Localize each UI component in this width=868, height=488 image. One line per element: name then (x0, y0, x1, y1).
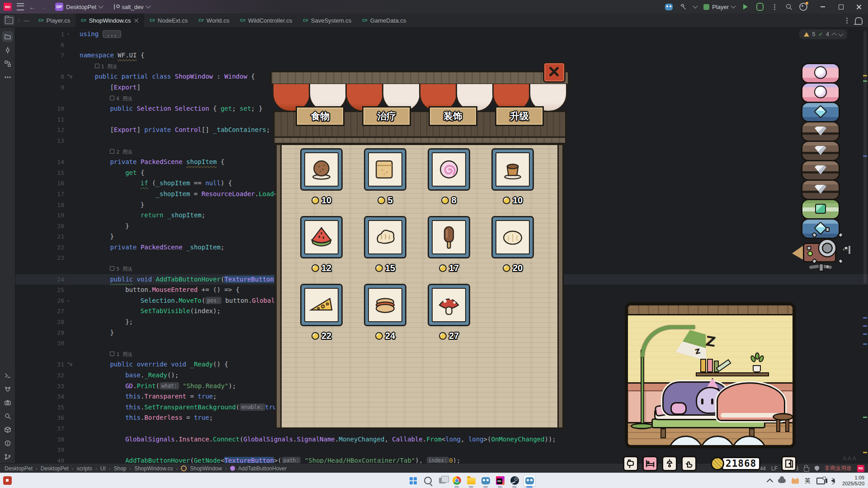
usage-count-hint[interactable]: 1 用法 (110, 352, 132, 357)
volume-icon[interactable] (831, 479, 835, 483)
stripe-mark[interactable] (863, 343, 867, 345)
back-button[interactable]: ← (29, 3, 36, 11)
shield-icon[interactable] (815, 466, 819, 471)
shop-tab-食物[interactable]: 食物 (296, 106, 344, 126)
readonly-lock-icon[interactable] (804, 467, 809, 472)
shop-tab-治疗[interactable]: 治疗 (362, 106, 411, 126)
taskbar-start-button[interactable] (408, 475, 419, 486)
breadcrumb-item-ShopWindow.cs[interactable]: ShopWindow.cs (134, 465, 173, 472)
chest-brown[interactable] (801, 179, 840, 200)
tray-cat-app-icon[interactable] (792, 478, 799, 484)
shop-tab-装饰[interactable]: 装饰 (429, 106, 477, 126)
shop-item-candy[interactable]: 8 (428, 148, 470, 216)
vcs-branch-widget[interactable]: salt_dev (113, 4, 150, 10)
chest-pink[interactable] (801, 82, 840, 103)
git-toolwindow-button[interactable] (2, 451, 13, 462)
tab-close-icon[interactable] (134, 18, 139, 23)
editor-tab-ShopWindow.cs[interactable]: C#ShopWindow.cs (75, 14, 144, 27)
door-button[interactable] (781, 456, 797, 471)
pet-toolwindow-button[interactable] (2, 384, 13, 394)
editor-tab-WildController.cs[interactable]: C#WildController.cs (235, 14, 297, 27)
maximize-button[interactable] (832, 0, 850, 14)
forward-button[interactable]: → (40, 3, 47, 11)
run-configuration[interactable]: Player (703, 4, 735, 10)
close-button[interactable] (850, 0, 868, 14)
shop-item-bread[interactable]: 5 (364, 148, 406, 216)
breadcrumb-item-AddTabButtonHover[interactable]: AddTabButtonHover (238, 465, 287, 472)
taskbar-steam-button[interactable] (509, 475, 520, 486)
taskbar-taskview-button[interactable] (437, 475, 448, 486)
notifications-bell-icon[interactable] (855, 17, 863, 24)
chest-brown[interactable] (801, 160, 840, 181)
taskbar-godot-button[interactable] (480, 475, 491, 486)
editor-tab-GameData.cs[interactable]: C#GameData.cs (357, 14, 411, 27)
taskbar-godot-active-button[interactable] (524, 475, 535, 487)
project-widget[interactable]: DP DesktopPet (55, 3, 103, 11)
tab-options-button[interactable] (846, 20, 848, 21)
chest-brown[interactable] (801, 121, 840, 142)
pet-room[interactable]: z Z (625, 302, 796, 448)
next-problem-button[interactable] (838, 31, 843, 36)
stripe-mark[interactable] (863, 417, 867, 418)
shop-item-dumpling[interactable]: 15 (364, 216, 406, 284)
editor-tab-NodeExt.cs[interactable]: C#NodeExt.cs (144, 14, 193, 27)
more-toolwindows-button[interactable] (2, 72, 13, 83)
tray-hidden-icons-chevron[interactable] (767, 478, 773, 484)
screenshot-tool-button[interactable] (2, 397, 13, 408)
stripe-mark[interactable] (863, 75, 867, 76)
hide-toolwindow-button[interactable]: — (24, 17, 29, 24)
chest-green[interactable] (801, 199, 840, 220)
chest-brown[interactable] (801, 141, 840, 161)
stripe-mark[interactable] (863, 325, 867, 327)
taskbar-explorer-button[interactable] (466, 475, 476, 486)
mailbox-button[interactable] (623, 456, 638, 471)
build-toolwindow-button[interactable] (2, 424, 13, 435)
project-toolwindow-button[interactable] (4, 15, 14, 25)
debug-button[interactable] (756, 3, 764, 11)
shop-item-bun[interactable]: 20 (491, 216, 534, 284)
breadcrumb-item-DesktopPet[interactable]: DesktopPet (5, 465, 33, 472)
hand-button[interactable] (681, 456, 697, 471)
stripe-mark[interactable] (863, 317, 867, 319)
minimize-button[interactable] (814, 0, 832, 14)
settings-button[interactable] (799, 3, 807, 11)
input-language-indicator[interactable]: 英 (805, 477, 811, 485)
shop-item-cheese[interactable]: 22 (300, 284, 343, 352)
shop-item-pudding[interactable]: 10 (491, 148, 534, 216)
inspections-widget[interactable]: 5 ✓ 4 (799, 29, 847, 39)
more-actions-button[interactable] (770, 3, 778, 11)
find-toolwindow-button[interactable] (2, 411, 13, 422)
build-options-chevron[interactable] (693, 3, 698, 8)
prev-problem-button[interactable] (831, 33, 836, 38)
chest-pink[interactable] (801, 63, 840, 84)
usage-count-hint[interactable]: 2 用法 (110, 149, 132, 155)
shop-tab-升级[interactable]: 升级 (495, 106, 544, 126)
usage-count-hint[interactable]: 5 用法 (110, 266, 132, 272)
usage-count-hint[interactable]: 6 用法 (110, 96, 132, 102)
run-button[interactable] (741, 3, 750, 11)
structure-toolwindow-button[interactable] (2, 58, 13, 69)
shop-item-hotdog[interactable]: 24 (364, 284, 406, 352)
shop-item-mushroom[interactable]: 27 (428, 284, 470, 352)
editor-tab-SaveSystem.cs[interactable]: C#SaveSystem.cs (297, 14, 357, 27)
flying-machine[interactable] (797, 240, 844, 266)
scrollbar-thumb[interactable] (863, 31, 867, 284)
taskbar-search-button[interactable] (422, 475, 433, 486)
taskbar-clock[interactable]: 1:09 2025/5/20 (842, 475, 864, 487)
onedrive-cloud-icon[interactable] (778, 479, 786, 483)
breadcrumb-item-UI[interactable]: UI (100, 465, 106, 472)
taskbar-rider-button[interactable]: RD (495, 475, 505, 486)
shop-item-popsicle[interactable]: 17 (428, 216, 470, 284)
commit-toolwindow-button[interactable] (2, 45, 13, 56)
search-everywhere-button[interactable] (785, 3, 793, 11)
chest-blue[interactable] (801, 102, 840, 122)
shop-item-watermelon[interactable]: 12 (300, 216, 343, 284)
editor-tab-World.cs[interactable]: C#World.cs (193, 14, 235, 27)
shop-close-button[interactable] (543, 62, 566, 83)
taskbar-corner-app-icon[interactable] (3, 476, 12, 485)
lamp-button[interactable] (662, 456, 677, 471)
bed-button[interactable] (642, 456, 658, 471)
toolwindow-drag-handle[interactable]: ⁞ (18, 18, 20, 23)
stripe-mark[interactable] (863, 80, 867, 82)
network-icon[interactable] (816, 478, 825, 484)
